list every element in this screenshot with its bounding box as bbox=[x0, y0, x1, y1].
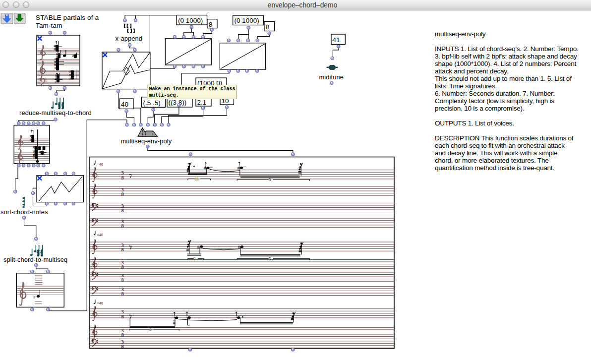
svg-text:8: 8 bbox=[121, 208, 124, 213]
svg-text:8: 8 bbox=[121, 344, 124, 349]
svg-text:5: 5 bbox=[269, 256, 271, 261]
svg-text:(0 1000): (0 1000) bbox=[235, 17, 259, 24]
svg-text:Tam-tam: Tam-tam bbox=[36, 22, 62, 29]
svg-text:8: 8 bbox=[121, 291, 124, 297]
svg-text:8: 8 bbox=[121, 191, 124, 197]
svg-text:miditune: miditune bbox=[319, 73, 344, 81]
svg-text:8: 8 bbox=[121, 247, 124, 252]
svg-text:=40: =40 bbox=[97, 233, 103, 237]
svg-text:#: # bbox=[238, 244, 240, 249]
svg-text:8: 8 bbox=[121, 223, 124, 229]
svg-text:sort-chord-notes: sort-chord-notes bbox=[0, 208, 48, 216]
svg-text:split-chord-to-multiseq: split-chord-to-multiseq bbox=[3, 256, 67, 263]
svg-text:8: 8 bbox=[121, 314, 124, 319]
svg-text:reduce-multiseq-to-chord: reduce-multiseq-to-chord bbox=[19, 109, 92, 117]
svg-text:2.1: 2.1 bbox=[197, 99, 207, 106]
svg-text:#: # bbox=[55, 80, 57, 83]
svg-text:8: 8 bbox=[266, 23, 270, 31]
svg-text:=40: =40 bbox=[97, 162, 103, 167]
svg-text:#: # bbox=[33, 295, 36, 300]
svg-text:multiseq-env-poly: multiseq-env-poly bbox=[121, 137, 172, 145]
svg-text:8: 8 bbox=[121, 175, 124, 181]
svg-text:5: 5 bbox=[269, 177, 271, 182]
svg-text:(.5 .5): (.5 .5) bbox=[143, 99, 161, 107]
svg-text:9: 9 bbox=[193, 256, 195, 261]
svg-text:8: 8 bbox=[209, 21, 213, 28]
svg-text:11: 11 bbox=[195, 177, 199, 182]
svg-text:(0 1000): (0 1000) bbox=[178, 17, 203, 24]
svg-text:8: 8 bbox=[121, 332, 124, 338]
svg-text:#: # bbox=[69, 77, 71, 80]
svg-text:8: 8 bbox=[121, 277, 124, 283]
svg-text:40: 40 bbox=[121, 101, 128, 108]
svg-text:=40: =40 bbox=[97, 301, 103, 305]
svg-text:5: 5 bbox=[149, 327, 151, 332]
svg-text:x-append: x-append bbox=[116, 35, 143, 42]
svg-text:8: 8 bbox=[121, 264, 124, 270]
svg-text:#: # bbox=[197, 244, 200, 249]
svg-text:STABLE partials of a: STABLE partials of a bbox=[36, 14, 99, 21]
svg-text:41: 41 bbox=[333, 36, 340, 44]
